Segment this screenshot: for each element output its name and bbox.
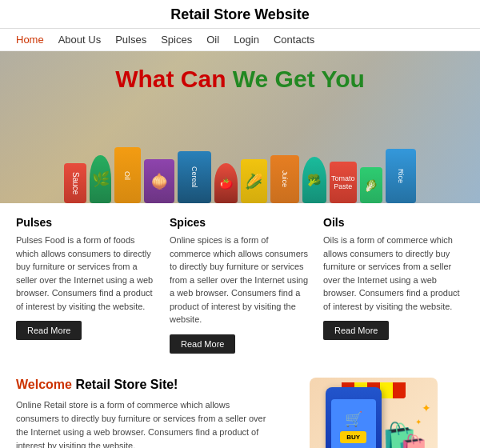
store-label: Retail Store Site! xyxy=(75,378,178,391)
grocery-item-6: 🍅 xyxy=(214,163,237,203)
oils-text: Oils is a form of commerce which allows … xyxy=(323,234,464,313)
spices-read-more-button[interactable]: Read More xyxy=(170,334,235,354)
page-header: Retail Store Website xyxy=(0,0,480,29)
hero-word-what: What xyxy=(115,66,181,92)
page-title: Retail Store Website xyxy=(0,6,480,23)
welcome-heading: Welcome Retail Store Site! xyxy=(16,378,270,392)
grocery-item-11: 🥬 xyxy=(360,167,382,203)
shop-phone: 🛒 BUY xyxy=(326,387,382,449)
grocery-item-7: 🌽 xyxy=(241,159,267,203)
nav-pulses[interactable]: Pulses xyxy=(115,34,146,46)
pulses-column: Pulses Pulses Food is a form of foods wh… xyxy=(16,216,157,354)
grocery-item-9: 🥦 xyxy=(302,157,326,203)
pulses-read-more-button[interactable]: Read More xyxy=(16,321,82,340)
grocery-item-12: Rice xyxy=(386,149,416,203)
oils-heading: Oils xyxy=(323,216,464,229)
sparkle-icon-2: ✦ xyxy=(415,418,422,426)
nav-contacts[interactable]: Contacts xyxy=(274,34,314,46)
hero-word-get: Get xyxy=(275,66,322,92)
oils-read-more-button[interactable]: Read More xyxy=(323,321,389,340)
welcome-para1: Online Retail store is a form of commerc… xyxy=(16,398,270,449)
grocery-item-3: Oil xyxy=(114,147,141,203)
shopping-figure: 🛍️ xyxy=(380,421,430,449)
hero-grocery-items: Sauce 🌿 Oil 🧅 Cereal 🍅 🌽 Juice 🥦 TomatoP… xyxy=(64,91,416,203)
nav-login[interactable]: Login xyxy=(234,34,259,46)
sparkle-icon: ✦ xyxy=(422,402,431,414)
nav-oil[interactable]: Oil xyxy=(206,34,219,46)
spices-heading: Spices xyxy=(170,216,310,229)
hero-word-you: You xyxy=(321,66,364,92)
phone-cart-icon: 🛒 xyxy=(345,410,362,428)
spices-column: Spices Online spices is a form of commer… xyxy=(170,216,310,354)
welcome-word: Welcome xyxy=(16,378,72,391)
nav-spices[interactable]: Spices xyxy=(161,34,192,46)
features-section: Pulses Pulses Food is a form of foods wh… xyxy=(0,203,480,366)
grocery-item-8: Juice xyxy=(270,155,299,203)
shop-illustration: 🛒 BUY 🛍️ ✦ ✦ xyxy=(310,378,438,449)
nav-home[interactable]: Home xyxy=(16,34,44,46)
pulses-text: Pulses Food is a form of foods which all… xyxy=(16,234,157,313)
spices-text: Online spices is a form of commerce whic… xyxy=(170,234,310,326)
oils-column: Oils Oils is a form of commerce which al… xyxy=(323,216,464,354)
grocery-item-2: 🌿 xyxy=(90,155,110,203)
grocery-item-5: Cereal xyxy=(178,151,212,203)
grocery-item-4: 🧅 xyxy=(144,159,174,203)
welcome-text-area: Welcome Retail Store Site! Online Retail… xyxy=(16,378,270,449)
grocery-item-10: TomatoPaste xyxy=(330,162,357,203)
pulses-heading: Pulses xyxy=(16,216,157,229)
grocery-item-1: Sauce xyxy=(64,163,86,203)
navigation: Home About Us Pulses Spices Oil Login Co… xyxy=(0,29,480,51)
hero-banner: What Can We Get You Sauce 🌿 Oil 🧅 Cereal… xyxy=(0,51,480,203)
hero-title: What Can We Get You xyxy=(0,66,480,93)
welcome-section: Welcome Retail Store Site! Online Retail… xyxy=(0,366,480,449)
welcome-image-area: 🛒 BUY 🛍️ ✦ ✦ xyxy=(282,378,464,449)
nav-about[interactable]: About Us xyxy=(58,34,101,46)
hero-word-can: Can xyxy=(181,66,233,92)
buy-button-illustration: BUY xyxy=(340,431,366,443)
phone-screen: 🛒 BUY xyxy=(331,399,376,449)
hero-word-we: We xyxy=(233,66,275,92)
